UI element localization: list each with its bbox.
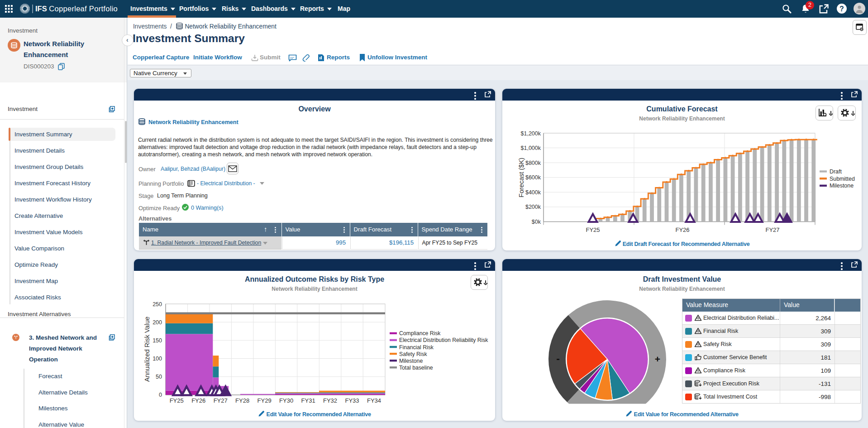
svg-text:Total baseline: Total baseline	[399, 365, 433, 371]
svg-text:FY33: FY33	[345, 397, 359, 404]
svg-text:Annualized Risk Value: Annualized Risk Value	[143, 317, 151, 382]
svg-text:Forecast ($K): Forecast ($K)	[518, 158, 525, 197]
svg-text:$200k: $200k	[525, 204, 541, 210]
svg-text:FY26: FY26	[675, 226, 689, 233]
svg-text:$400k: $400k	[525, 189, 541, 196]
svg-text:FY25: FY25	[586, 226, 600, 233]
svg-text:$1,200k: $1,200k	[521, 130, 541, 137]
svg-text:FY25: FY25	[170, 397, 184, 404]
svg-text:FY31: FY31	[301, 397, 315, 404]
svg-text:Financial Risk: Financial Risk	[399, 344, 434, 351]
svg-text:$600k: $600k	[525, 174, 541, 181]
svg-text:FY32: FY32	[323, 397, 337, 404]
svg-text:FY28: FY28	[235, 397, 249, 404]
svg-text:Electrical Distribution Reliab: Electrical Distribution Reliability Risk	[399, 337, 488, 343]
svg-text:Compliance Risk: Compliance Risk	[399, 330, 441, 337]
svg-text:$800k: $800k	[525, 160, 541, 166]
svg-text:150: 150	[153, 337, 162, 344]
svg-text:FY29: FY29	[258, 397, 272, 404]
svg-text:Milestone: Milestone	[830, 183, 854, 189]
svg-text:Submitted: Submitted	[830, 176, 855, 182]
svg-text:$0k: $0k	[532, 219, 541, 225]
svg-text:$1,000k: $1,000k	[521, 145, 541, 151]
svg-text:50: 50	[156, 374, 162, 380]
svg-text:Safety Risk: Safety Risk	[399, 351, 428, 357]
svg-text:FY27: FY27	[214, 397, 228, 404]
svg-text:FY26: FY26	[191, 397, 205, 404]
svg-text:250: 250	[153, 301, 162, 308]
svg-text:200: 200	[153, 319, 162, 326]
svg-text:Draft: Draft	[830, 168, 842, 175]
svg-text:FY34: FY34	[367, 397, 381, 404]
svg-text:FY30: FY30	[279, 397, 293, 404]
svg-text:0: 0	[159, 392, 162, 398]
svg-text:FY27: FY27	[765, 226, 779, 233]
svg-text:+: +	[655, 354, 660, 364]
svg-text:-: -	[556, 353, 560, 365]
svg-text:100: 100	[153, 356, 162, 362]
svg-text:Milestone: Milestone	[399, 358, 423, 364]
